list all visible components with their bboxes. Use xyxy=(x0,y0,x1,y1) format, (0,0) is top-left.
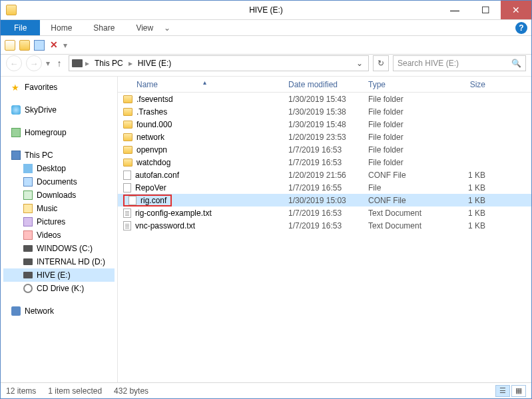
window-folder-icon xyxy=(6,5,17,15)
sidebar-this-pc[interactable]: This PC xyxy=(3,149,115,162)
file-row[interactable]: rig-config-example.txt1/7/2019 16:53Text… xyxy=(118,206,531,219)
file-name: .fseventsd xyxy=(136,95,173,104)
thumbnails-view-button[interactable]: ▦ xyxy=(511,385,526,397)
properties-icon[interactable] xyxy=(34,40,45,51)
homegroup-icon xyxy=(11,128,21,137)
file-type: Text Document xyxy=(368,221,440,230)
sidebar-item-label: Videos xyxy=(37,230,61,240)
new-file-icon[interactable] xyxy=(5,40,15,51)
file-icon xyxy=(123,171,131,180)
status-size: 432 bytes xyxy=(114,386,148,396)
file-name: found.000 xyxy=(136,120,172,129)
address-bar[interactable]: ▸ This PC ▸ HIVE (E:) ⌄ xyxy=(69,55,369,71)
breadcrumb-hive[interactable]: HIVE (E:) xyxy=(135,59,174,68)
sidebar-item[interactable]: Documents xyxy=(3,175,115,189)
file-size: 1 KB xyxy=(440,221,497,230)
close-button[interactable]: ✕ xyxy=(501,1,531,19)
back-button[interactable]: ← xyxy=(6,55,22,71)
sidebar-skydrive[interactable]: SkyDrive xyxy=(3,103,115,117)
file-row[interactable]: openvpn1/7/2019 16:53File folder xyxy=(118,143,531,156)
sidebar-item[interactable]: Videos xyxy=(3,228,115,242)
file-name: rig.conf xyxy=(140,196,166,205)
sidebar: ★ Favorites SkyDrive Homegroup This PC D… xyxy=(1,77,118,382)
folder-icon xyxy=(123,133,133,141)
file-type: CONF File xyxy=(368,196,440,205)
search-input[interactable]: Search HIVE (E:) 🔍 xyxy=(393,55,526,71)
forward-button[interactable]: → xyxy=(26,55,42,71)
column-size[interactable]: Size xyxy=(440,80,497,89)
details-view-button[interactable]: ☰ xyxy=(495,385,510,397)
sidebar-item[interactable]: Downloads xyxy=(3,189,115,202)
file-row[interactable]: vnc-password.txt1/7/2019 16:53Text Docum… xyxy=(118,219,531,232)
maximize-button[interactable]: ☐ xyxy=(470,1,501,19)
file-icon xyxy=(129,196,136,205)
sidebar-item[interactable]: Desktop xyxy=(3,162,115,175)
sidebar-item[interactable]: HIVE (E:) xyxy=(3,268,115,282)
file-name: RepoVer xyxy=(135,183,166,193)
column-type[interactable]: Type xyxy=(368,80,440,89)
file-type: File folder xyxy=(368,107,440,117)
dl-icon xyxy=(23,191,33,200)
sidebar-item-label: SkyDrive xyxy=(25,105,57,115)
help-icon[interactable]: ? xyxy=(515,22,527,34)
qat-dropdown-icon[interactable]: ▾ xyxy=(63,41,67,50)
file-row[interactable]: found.0001/30/2019 15:48File folder xyxy=(118,118,531,131)
sidebar-item-label: INTERNAL HD (D:) xyxy=(37,257,105,266)
file-size: 1 KB xyxy=(440,208,497,218)
file-tab[interactable]: File xyxy=(1,20,40,35)
file-date: 1/20/2019 21:56 xyxy=(288,171,368,180)
sidebar-item[interactable]: Music xyxy=(3,202,115,215)
file-row[interactable]: network1/20/2019 23:53File folder xyxy=(118,131,531,143)
history-dropdown-icon[interactable]: ▾ xyxy=(46,59,50,68)
file-row[interactable]: rig.conf1/30/2019 15:03CONF File1 KB xyxy=(118,194,531,206)
star-icon: ★ xyxy=(11,83,21,92)
column-name[interactable]: Name ▴ xyxy=(118,80,288,89)
sidebar-item[interactable]: Pictures xyxy=(3,215,115,228)
window-controls: — ☐ ✕ xyxy=(439,1,531,19)
new-folder-icon[interactable] xyxy=(19,40,30,51)
sidebar-item-label: Pictures xyxy=(37,217,65,226)
tab-home[interactable]: Home xyxy=(40,21,83,35)
up-button[interactable]: ↑ xyxy=(54,57,65,70)
file-date: 1/7/2019 16:53 xyxy=(288,158,368,167)
address-dropdown-icon[interactable]: ⌄ xyxy=(354,59,366,68)
window-title: HIVE (E:) xyxy=(249,5,283,15)
sidebar-favorites[interactable]: ★ Favorites xyxy=(3,81,115,94)
ribbon-collapse-icon[interactable]: ⌄ xyxy=(164,23,170,33)
breadcrumb-this-pc[interactable]: This PC xyxy=(92,59,126,68)
file-name: vnc-password.txt xyxy=(135,221,195,230)
sidebar-item[interactable]: INTERNAL HD (D:) xyxy=(3,255,115,268)
minimize-button[interactable]: — xyxy=(439,1,470,19)
file-date: 1/7/2019 16:53 xyxy=(288,221,368,230)
file-date: 1/30/2019 15:43 xyxy=(288,95,368,104)
delete-icon[interactable]: ✕ xyxy=(49,40,59,51)
folder-icon xyxy=(123,108,133,116)
column-date[interactable]: Date modified xyxy=(288,80,368,89)
sidebar-item[interactable]: WINDOWS (C:) xyxy=(3,242,115,255)
tab-view[interactable]: View xyxy=(125,21,164,35)
sidebar-network[interactable]: Network xyxy=(3,304,115,318)
file-rows: .fseventsd1/30/2019 15:43File folder.Tra… xyxy=(118,93,531,382)
status-selected: 1 item selected xyxy=(48,386,102,396)
file-row[interactable]: RepoVer1/7/2019 16:55File1 KB xyxy=(118,181,531,194)
refresh-button[interactable]: ↻ xyxy=(373,55,389,71)
file-date: 1/30/2019 15:38 xyxy=(288,107,368,117)
file-name: openvpn xyxy=(136,145,167,155)
drive-icon xyxy=(23,245,33,252)
file-type: Text Document xyxy=(368,208,440,218)
sidebar-homegroup[interactable]: Homegroup xyxy=(3,126,115,139)
file-row[interactable]: .fseventsd1/30/2019 15:43File folder xyxy=(118,93,531,105)
statusbar: 12 items 1 item selected 432 bytes ☰ ▦ xyxy=(1,382,531,398)
sidebar-item-label: Documents xyxy=(37,177,77,187)
drive-icon xyxy=(23,258,33,265)
file-row[interactable]: .Trashes1/30/2019 15:38File folder xyxy=(118,105,531,118)
sort-indicator-icon: ▴ xyxy=(203,79,206,86)
sidebar-item-label: Downloads xyxy=(37,191,76,200)
drive-icon xyxy=(23,272,33,278)
tab-share[interactable]: Share xyxy=(83,21,125,35)
network-icon xyxy=(11,306,21,316)
file-row[interactable]: watchdog1/7/2019 16:53File folder xyxy=(118,156,531,169)
file-row[interactable]: autofan.conf1/20/2019 21:56CONF File1 KB xyxy=(118,169,531,181)
folder-icon xyxy=(123,146,133,154)
sidebar-item[interactable]: CD Drive (K:) xyxy=(3,282,115,295)
